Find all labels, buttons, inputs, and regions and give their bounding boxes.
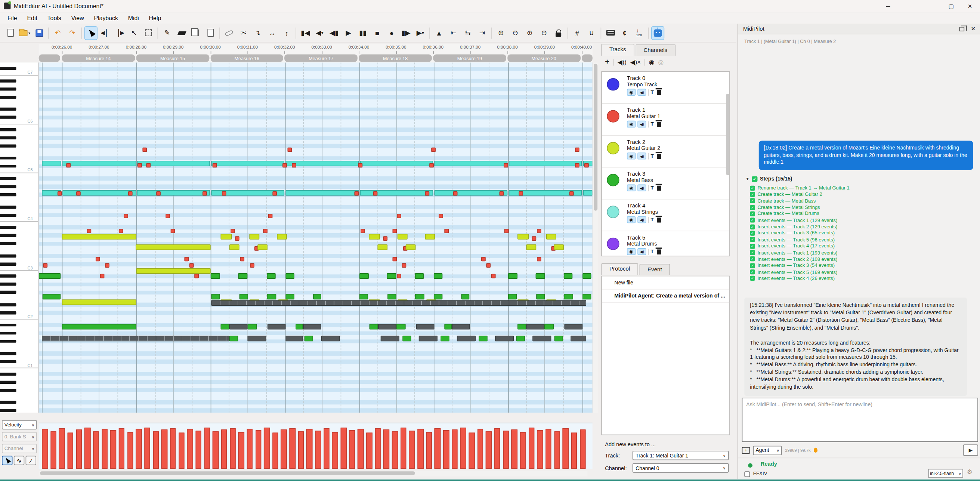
piano-roll[interactable] bbox=[39, 62, 593, 413]
protocol-item[interactable]: New file bbox=[602, 276, 729, 289]
tab-channels[interactable]: Channels bbox=[636, 45, 676, 56]
velocity-bar[interactable] bbox=[51, 431, 56, 469]
midi-note[interactable] bbox=[544, 324, 554, 330]
midi-note[interactable] bbox=[66, 163, 71, 168]
piano-key-black[interactable] bbox=[0, 185, 16, 188]
velocity-bar[interactable] bbox=[452, 429, 458, 469]
velocity-bar[interactable] bbox=[290, 428, 296, 469]
midipilot-header[interactable]: MidiPilot ✕ bbox=[738, 24, 980, 34]
piano-key-black[interactable] bbox=[0, 144, 16, 147]
velocity-freehand-tool[interactable]: ∿ bbox=[14, 456, 24, 465]
midi-note[interactable] bbox=[156, 191, 161, 196]
midi-note[interactable] bbox=[231, 229, 235, 233]
midi-note[interactable] bbox=[504, 163, 508, 168]
midi-note[interactable] bbox=[321, 336, 340, 341]
track-delete-button[interactable] bbox=[657, 121, 661, 126]
midi-note[interactable] bbox=[202, 191, 207, 196]
midi-note[interactable] bbox=[87, 229, 92, 233]
midi-note[interactable] bbox=[431, 148, 436, 152]
piano-key-black[interactable] bbox=[0, 214, 16, 217]
midi-note[interactable] bbox=[238, 273, 247, 279]
velocity-bar[interactable] bbox=[554, 431, 560, 469]
midi-note[interactable] bbox=[500, 191, 504, 196]
midi-note[interactable] bbox=[461, 294, 469, 299]
menu-file[interactable]: File bbox=[3, 12, 22, 24]
velocity-bar[interactable] bbox=[580, 429, 586, 469]
track-mute-toggle[interactable]: ◀) bbox=[637, 217, 646, 223]
open-file-button[interactable]: ▾ bbox=[18, 26, 31, 40]
add-events-channel-select[interactable]: Channel 0∨ bbox=[633, 463, 729, 473]
velocity-bar[interactable] bbox=[84, 428, 91, 469]
velocity-bar[interactable] bbox=[196, 431, 201, 469]
velocity-bar[interactable] bbox=[537, 430, 543, 469]
track-visible-toggle[interactable]: ◉ bbox=[627, 153, 636, 159]
piano-key-black[interactable] bbox=[0, 352, 16, 355]
midi-note[interactable] bbox=[429, 163, 434, 168]
midi-note[interactable] bbox=[565, 324, 583, 330]
midi-note[interactable] bbox=[406, 244, 416, 250]
midi-note[interactable] bbox=[508, 294, 517, 299]
piano-key-black[interactable] bbox=[0, 401, 16, 404]
velocity-bar[interactable] bbox=[170, 428, 176, 469]
midi-note[interactable] bbox=[434, 161, 508, 166]
midi-note[interactable] bbox=[268, 214, 273, 218]
collapse-triangle-icon[interactable]: ▼ bbox=[746, 177, 749, 180]
midi-note[interactable] bbox=[128, 191, 133, 196]
vertical-scrollbar[interactable] bbox=[593, 62, 598, 413]
velocity-bar[interactable] bbox=[135, 429, 142, 469]
glue-tool-button[interactable] bbox=[223, 26, 236, 40]
measure-bar[interactable]: Measure 18 bbox=[359, 54, 432, 62]
midi-note[interactable] bbox=[229, 324, 248, 330]
midi-note[interactable] bbox=[360, 190, 433, 196]
velocity-bar[interactable] bbox=[529, 428, 535, 469]
midi-note[interactable] bbox=[171, 229, 175, 233]
eraser-tool-button[interactable] bbox=[175, 26, 188, 40]
piano-key-black[interactable] bbox=[0, 409, 16, 412]
midi-note[interactable] bbox=[39, 273, 61, 279]
midi-note[interactable] bbox=[220, 324, 229, 330]
piano-key-black[interactable] bbox=[0, 165, 16, 168]
track-visible-toggle[interactable]: ◉ bbox=[627, 184, 636, 191]
velocity-bar[interactable] bbox=[127, 432, 134, 469]
step-back-button[interactable]: ◀▮ bbox=[328, 26, 341, 40]
stop-button[interactable]: ■ bbox=[371, 26, 384, 40]
midi-note[interactable] bbox=[509, 161, 582, 166]
paste-button[interactable] bbox=[204, 26, 217, 40]
midi-note[interactable] bbox=[119, 229, 123, 233]
midi-note[interactable] bbox=[532, 236, 536, 240]
track-visible-toggle[interactable]: ◉ bbox=[627, 217, 636, 223]
midi-note[interactable] bbox=[378, 324, 396, 330]
magnet-button[interactable]: ∪ bbox=[585, 26, 598, 40]
zoom-in-vertical-button[interactable]: ⊕ bbox=[494, 26, 508, 40]
midi-note[interactable] bbox=[136, 268, 211, 274]
track-row[interactable]: Track 3Metal Bass◉◀)T bbox=[602, 167, 729, 199]
midi-note[interactable] bbox=[416, 324, 434, 330]
zoom-in-horizontal-button[interactable]: ⊕ bbox=[523, 26, 536, 40]
track-row[interactable]: Track 4Metal Strings◉◀)T bbox=[602, 199, 729, 231]
velocity-bar[interactable] bbox=[341, 428, 347, 469]
midi-note[interactable] bbox=[267, 294, 276, 299]
midi-note[interactable] bbox=[229, 244, 240, 250]
track-rename-button[interactable]: T bbox=[651, 89, 654, 95]
midi-note[interactable] bbox=[42, 336, 229, 341]
midi-note[interactable] bbox=[267, 273, 275, 279]
velocity-bar[interactable] bbox=[230, 428, 236, 469]
piano-key-black[interactable] bbox=[0, 136, 16, 139]
midi-note[interactable] bbox=[57, 191, 62, 196]
piano-keyboard[interactable]: C7C6C5C4C3C2C1 bbox=[0, 62, 39, 413]
midi-note[interactable] bbox=[434, 190, 508, 196]
protocol-item[interactable]: MidiPilot Agent: Create a metal version … bbox=[602, 290, 729, 303]
align-right-button[interactable]: ⇥ bbox=[476, 26, 489, 40]
velocity-bar[interactable] bbox=[546, 429, 552, 469]
track-rename-button[interactable]: T bbox=[651, 121, 654, 127]
midi-note[interactable] bbox=[444, 324, 452, 330]
midi-note[interactable] bbox=[387, 294, 396, 299]
vertical-scrollbar-thumb[interactable] bbox=[594, 64, 597, 211]
send-button[interactable]: ▶ bbox=[963, 444, 978, 456]
track-mute-toggle[interactable]: ◀) bbox=[637, 248, 646, 255]
piano-key-black[interactable] bbox=[0, 67, 16, 70]
piano-key-black[interactable] bbox=[0, 157, 16, 159]
midi-note[interactable] bbox=[285, 294, 294, 299]
midi-note[interactable] bbox=[486, 263, 490, 268]
midi-note[interactable] bbox=[373, 191, 378, 196]
